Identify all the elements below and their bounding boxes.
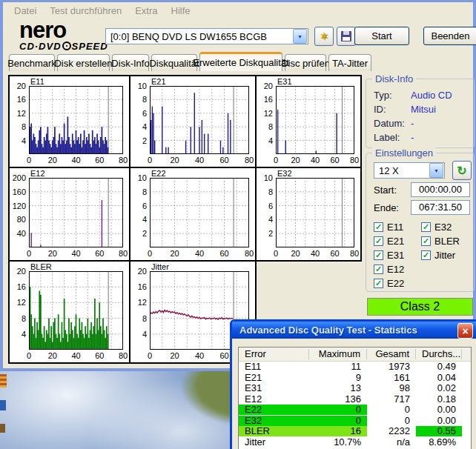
y-axis-tick-label: 8 (10, 123, 26, 131)
y-axis-tick-label: 4 (10, 330, 26, 339)
checkbox-e32[interactable]: ✓E32 (421, 222, 452, 233)
stats-cell: 0.02 (416, 383, 462, 393)
tab-diskqualit-t[interactable]: Diskqualität (151, 54, 197, 71)
y-axis-tick-label: 4 (130, 330, 147, 339)
x-axis-tick-label: 40 (193, 250, 206, 258)
stats-cell: E21 (239, 373, 309, 383)
disk-info-row: Datum:- (374, 118, 469, 131)
y-axis-tick-label: 2 (130, 137, 147, 145)
chart-e32: E32246810020406080 (255, 167, 362, 262)
chevron-down-icon[interactable]: ▼ (293, 29, 307, 44)
chart-title: E11 (30, 77, 44, 86)
chart-title: Jitter (151, 262, 169, 271)
extra-options-icon-button[interactable]: ✶ (314, 27, 334, 46)
checkbox-check-icon: ✓ (421, 236, 431, 246)
y-axis-tick-label: 12 (130, 299, 147, 307)
start-field[interactable]: 000:00.00 (411, 182, 470, 197)
checkbox-jitter[interactable]: ✓Jitter (421, 250, 455, 261)
checkbox-e12[interactable]: ✓E12 (374, 264, 404, 275)
save-results-button[interactable] (337, 27, 356, 46)
menu-item-test-durchf-hren[interactable]: Test durchführen (43, 4, 128, 18)
y-axis-tick-label: 10 (130, 82, 147, 90)
checkbox-e31[interactable]: ✓E31 (374, 250, 404, 261)
x-axis-tick-label: 20 (46, 156, 59, 164)
dialog-title: Advanced Disc Quality Test - Statistics (232, 325, 417, 336)
checkbox-e22[interactable]: ✓E22 (374, 278, 404, 289)
stats-header-maximum[interactable]: Maximum (309, 349, 367, 359)
table-row[interactable]: E22000.00 (239, 405, 471, 416)
y-axis-tick-label: 8 (130, 96, 147, 104)
dialog-titlebar[interactable]: Advanced Disc Quality Test - Statistics … (232, 322, 476, 339)
chart-title: E32 (277, 169, 292, 178)
menu-item-extra[interactable]: Extra (128, 4, 164, 18)
table-row[interactable]: E3113980.02 (239, 383, 471, 394)
checkbox-check-icon: ✓ (374, 265, 383, 274)
tab-ta-jitter[interactable]: TA-Jitter (328, 54, 371, 71)
x-axis-tick-label: 80 (116, 156, 130, 164)
x-axis-tick-label: 60 (218, 156, 231, 164)
table-row[interactable]: E2191610.04 (239, 373, 471, 384)
desktop-icon[interactable] (0, 374, 7, 388)
drive-select-combo[interactable]: [0:0] BENQ DVD LS DW1655 BCGB ▼ (105, 28, 308, 44)
settings-panel: Einstellungen 12 X ▼ ↻ Start: 000:00.00 … (366, 153, 475, 292)
table-row[interactable]: BLER1622320.55 (239, 426, 471, 437)
end-field[interactable]: 067:31.50 (411, 200, 470, 215)
y-axis-tick-label: 20 (10, 267, 26, 276)
tab-erweiterte-diskqualit-t[interactable]: Erweiterte Diskqualität (199, 52, 282, 71)
tab-disk-info[interactable]: Disk-Info (112, 54, 149, 71)
chart-e12: E124080120160200020406080 (8, 167, 130, 262)
stats-header-gesamt[interactable]: Gesamt (367, 349, 416, 359)
disk-info-label: Label: (374, 132, 400, 143)
y-axis-tick-label: 2 (257, 230, 273, 238)
stats-cell: 0 (367, 405, 416, 415)
y-axis-tick-label: 6 (130, 110, 147, 118)
y-axis-tick-label: 80 (10, 216, 26, 224)
checkbox-e11[interactable]: ✓E11 (374, 222, 403, 233)
chart-e22: E22246810020406080 (129, 167, 257, 262)
table-row[interactable]: E32000.00 (239, 416, 471, 427)
tab-disc-pr-fen[interactable]: Disc prüfen (285, 54, 326, 71)
desktop-icon[interactable] (0, 424, 5, 433)
x-axis-tick-label: 60 (93, 156, 106, 164)
y-axis-tick-label: 40 (10, 230, 26, 238)
y-axis-tick-label: 8 (257, 188, 273, 196)
tab-benchmark[interactable]: Benchmark (9, 54, 55, 71)
chevron-down-icon[interactable]: ▼ (429, 163, 443, 178)
stats-cell: 136 (309, 394, 367, 405)
magic-wand-icon: ✶ (320, 30, 329, 43)
menu-item-datei[interactable]: Datei (7, 4, 43, 18)
speed-select-combo[interactable]: 12 X ▼ (374, 162, 445, 179)
table-row[interactable]: Jitter10.7%n/a8.69% (239, 437, 471, 448)
y-axis-tick-label: 10 (257, 174, 273, 182)
menu-item-hilfe[interactable]: Hilfe (165, 4, 197, 18)
logo-speed-text: SPEED (72, 41, 108, 52)
disk-info-row: Label:- (374, 132, 469, 145)
chart-e31: E3148121620020406080 (255, 75, 362, 168)
stats-cell: BLER (239, 426, 309, 436)
dialog-close-button[interactable]: × (457, 323, 473, 339)
y-axis-tick-label: 6 (130, 202, 147, 210)
tab-disk-erstellen[interactable]: Disk erstellen (57, 54, 110, 71)
checkbox-e21[interactable]: ✓E21 (374, 236, 404, 247)
y-axis-tick-label: 4 (130, 123, 147, 131)
stats-table-header: ErrorMaximumGesamtDurchs... (239, 347, 471, 362)
table-row[interactable]: E111119730.49 (239, 362, 471, 373)
x-axis-tick-label: 0 (22, 250, 36, 258)
x-axis-tick-label: 20 (168, 250, 182, 258)
disk-info-row: Typ:Audio CD (374, 90, 469, 103)
start-button[interactable]: Start (354, 27, 409, 45)
desktop-icon[interactable] (0, 400, 6, 410)
chart-title: E12 (30, 169, 45, 178)
x-axis-tick-label: 60 (328, 250, 342, 258)
checkbox-bler[interactable]: ✓BLER (421, 236, 460, 247)
checkbox-label: E21 (387, 236, 404, 247)
quit-button[interactable]: Beenden (423, 27, 476, 45)
stats-header-durchs-[interactable]: Durchs... (416, 349, 462, 359)
disk-info-label: Datum: (374, 118, 405, 129)
stats-header-error[interactable]: Error (239, 349, 309, 359)
stats-cell: 0.00 (416, 416, 462, 426)
refresh-button[interactable]: ↻ (452, 161, 472, 180)
stats-cell: E31 (239, 383, 309, 393)
close-icon: × (462, 326, 468, 336)
table-row[interactable]: E121367170.18 (239, 394, 471, 405)
